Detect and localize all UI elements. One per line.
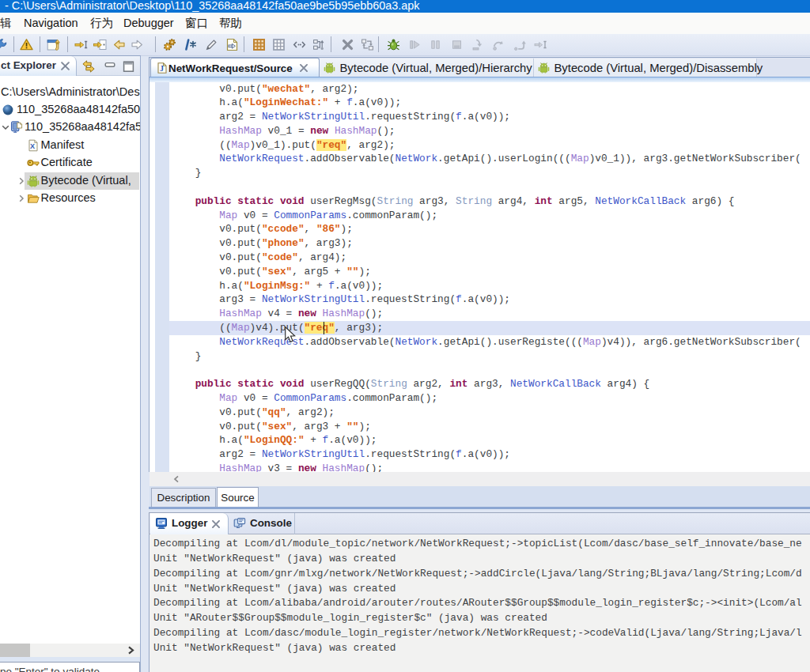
- code-line: HashMap v0_1 = new HashMap();: [171, 124, 810, 138]
- editor-content[interactable]: v0.put("wechat", arg2); h.a("LoginWechat…: [149, 82, 810, 472]
- tree-item-c-users-administrator-desktop-110-35268aa48142fa50ae9be5b95ebb60a3-apk[interactable]: C:\Users\Administrator\Desktop\110_35268…: [0, 84, 140, 101]
- code-token: arg3,: [467, 378, 510, 390]
- editor-part-border[interactable]: [149, 507, 810, 509]
- menu-item-2[interactable]: 行为: [90, 13, 113, 34]
- menu-item-1[interactable]: Navigation: [24, 13, 78, 34]
- code-token: arg3 =: [171, 293, 262, 305]
- tree-item-manifest[interactable]: XManifest: [0, 137, 140, 154]
- code-token: .addObservable(: [305, 336, 396, 348]
- tree-item-label: Certificate: [41, 156, 93, 168]
- minimize-icon[interactable]: [104, 60, 117, 73]
- toolbar-separator: [378, 36, 379, 52]
- code-token-highlighted: "req": [316, 139, 346, 151]
- stop-icon[interactable]: [450, 38, 464, 51]
- code-token: userRegMsg(: [305, 195, 377, 207]
- step-into-icon[interactable]: [471, 38, 484, 51]
- bottom-tab-source[interactable]: Source: [217, 487, 259, 507]
- forward-arrow-icon[interactable]: [131, 38, 144, 51]
- code-token-highlighted: "req": [305, 322, 335, 334]
- pause-icon[interactable]: [429, 38, 442, 51]
- explorer-hscroll-thumb[interactable]: [0, 644, 30, 657]
- toolbar-separator: [155, 36, 156, 52]
- menu-item-3[interactable]: Debugger: [123, 13, 174, 34]
- tree-item-bytecode-virtual-[interactable]: Bytecode (Virtual,: [0, 172, 140, 190]
- step-return-icon[interactable]: [513, 38, 527, 51]
- export-doc-icon[interactable]: [225, 38, 239, 51]
- code-tags-icon[interactable]: [293, 38, 306, 51]
- menu-item-5[interactable]: 帮助: [219, 13, 242, 34]
- code-token: v0.put(: [171, 406, 262, 418]
- delete-x-icon[interactable]: [341, 38, 354, 51]
- code-line: h.a("LoginWechat:" + f.a(v0));: [171, 96, 810, 110]
- explorer-filter-input[interactable]: pe "Enter" to validate: [0, 662, 140, 672]
- logger-content[interactable]: Decompiling at Lcom/dl/module_topic/netw…: [149, 534, 810, 672]
- editor-active-band: [149, 77, 810, 82]
- go-into-icon[interactable]: [93, 38, 107, 51]
- menu-item-4[interactable]: 窗口: [185, 13, 208, 34]
- code-token: v0.put(: [171, 223, 262, 235]
- menu-item-0[interactable]: 辑: [0, 13, 12, 34]
- warning-icon[interactable]: [20, 38, 33, 51]
- code-token: [316, 462, 323, 472]
- tab-project-explorer[interactable]: ct Explorer: [0, 56, 77, 76]
- debug-bug-icon[interactable]: [387, 38, 400, 51]
- editor-tab-1[interactable]: Bytecode (Virtual, Merged)/Hierarchy: [320, 59, 534, 77]
- scroll-right-icon[interactable]: [127, 646, 135, 655]
- android-icon: [27, 175, 40, 187]
- scroll-left-icon[interactable]: [172, 475, 180, 483]
- comment-block-icon[interactable]: [184, 38, 197, 51]
- tree-item-110-35268aa48142fa50ae9be5b95ebb60a3-apk[interactable]: 110_35268aa48142fa50ae9be5b95ebb60a3.apk: [0, 101, 140, 119]
- code-line: v0.put("wechat", arg2);: [171, 82, 810, 96]
- flow-hierarchy-icon[interactable]: [312, 38, 326, 51]
- code-token: ();: [365, 462, 383, 472]
- code-line: public static void userRegMsg(String arg…: [171, 194, 810, 209]
- editor-annotation-ruler[interactable]: [155, 82, 169, 472]
- close-icon[interactable]: [60, 61, 70, 71]
- grid-gray-icon[interactable]: [272, 38, 286, 51]
- grid-orange-icon[interactable]: [252, 38, 266, 51]
- editor-tab-2[interactable]: Bytecode (Virtual, Merged)/Disassembly: [534, 59, 757, 77]
- resume-icon[interactable]: [408, 38, 422, 51]
- link-editor-icon[interactable]: [82, 60, 95, 73]
- code-token: HashMap: [335, 125, 377, 137]
- pencil-icon[interactable]: [205, 38, 218, 51]
- back-arrow-icon[interactable]: [112, 38, 126, 51]
- explorer-hscrollbar[interactable]: [0, 644, 140, 657]
- close-icon[interactable]: [299, 63, 308, 73]
- bottom-tab-description[interactable]: Description: [151, 488, 216, 507]
- code-token: HashMap: [323, 462, 365, 472]
- editor-hscrollbar[interactable]: [150, 472, 810, 486]
- jump-to-cursor-icon[interactable]: [74, 38, 88, 51]
- new-window-icon[interactable]: [47, 38, 60, 51]
- window-titlebar[interactable]: - C:\Users\Administrator\Desktop\110_352…: [0, 0, 810, 13]
- code-token: NetWork: [395, 153, 437, 164]
- code-line: arg2 = NetWorkStringUtil.requestString(f…: [171, 447, 810, 462]
- code-token: Map: [571, 153, 589, 164]
- code-token: HashMap: [171, 462, 262, 472]
- editor-tabstrip: JNetWorkRequest/SourceBytecode (Virtual,…: [149, 57, 810, 77]
- editor-tab-label: Bytecode (Virtual, Merged)/Disassembly: [555, 62, 763, 74]
- rename-refactor-icon[interactable]: [361, 38, 374, 51]
- tree-item-110-35268aa48142fa50ae9be5b95ebb60a3-apk[interactable]: 110_35268aa48142fa50ae9be5b95ebb60a3.apk: [0, 119, 140, 136]
- tree-item-resources[interactable]: Resources: [0, 190, 140, 207]
- maximize-icon[interactable]: [123, 60, 135, 73]
- chevron-collapsed-icon[interactable]: [15, 175, 28, 187]
- tree-item-certificate[interactable]: Certificate: [0, 154, 140, 172]
- app-fragment-icon[interactable]: [0, 38, 8, 51]
- step-over-icon[interactable]: [492, 38, 505, 51]
- logger-tab-logger[interactable]: Logger: [150, 513, 229, 534]
- run-to-cursor-icon[interactable]: [534, 38, 547, 51]
- logger-tab-label: Logger: [172, 517, 207, 529]
- filter-placeholder: pe "Enter" to validate: [0, 666, 100, 672]
- log-line: Decompiling at Lcom/gnr/mlxg/network/Net…: [153, 567, 802, 582]
- apk-sphere-icon: [2, 104, 14, 116]
- window-title: - C:\Users\Administrator\Desktop\110_352…: [5, 0, 420, 12]
- code-token: new: [298, 462, 316, 472]
- close-icon[interactable]: [211, 519, 221, 529]
- tree-item-label: 110_35268aa48142fa50ae9be5b95ebb60a3.apk: [17, 103, 140, 115]
- code-area[interactable]: v0.put("wechat", arg2); h.a("LoginWechat…: [171, 82, 810, 472]
- chevron-collapsed-icon[interactable]: [15, 192, 28, 205]
- gears-icon[interactable]: [163, 38, 176, 51]
- logger-tab-console[interactable]: Console: [229, 513, 295, 534]
- editor-tab-0[interactable]: JNetWorkRequest/Source: [150, 58, 320, 77]
